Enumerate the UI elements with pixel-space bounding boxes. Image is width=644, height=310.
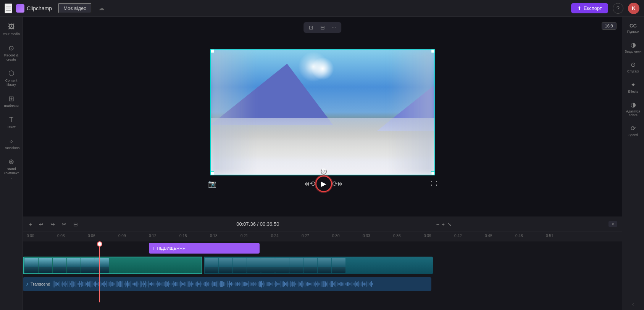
video-thumb-r8 <box>303 258 317 273</box>
audio-icon: ♪ <box>26 281 28 287</box>
chevron-right-icon: › <box>11 177 12 180</box>
right-sidebar-item-effects[interactable]: ✦ Effects <box>623 78 644 96</box>
zoom-out-button[interactable]: − <box>436 221 439 227</box>
sidebar-item-content-library[interactable]: ⬡ Content library <box>1 66 22 90</box>
text-track-icon: T <box>152 246 155 251</box>
sidebar-item-label-record-create: Record & create <box>2 53 21 62</box>
skip-back-button[interactable]: ⏮ <box>303 180 310 187</box>
sidebar-item-templates[interactable]: ⊞ Шаблони <box>1 92 22 111</box>
spinner-icon: ↺ <box>321 169 327 175</box>
tick-27: 0:27 <box>302 234 309 238</box>
sidebar-item-label-templates: Шаблони <box>4 104 18 108</box>
cloud-sync-icon: ☁ <box>98 5 105 12</box>
fit-to-view-button[interactable]: ⤡ <box>447 221 452 227</box>
captions-label: Підписи <box>627 30 639 34</box>
video-canvas <box>210 49 435 175</box>
screenshot-button[interactable]: 📷 <box>208 180 216 188</box>
skip-forward-button[interactable]: ⏭ <box>338 180 344 187</box>
right-sidebar-collapse-button[interactable]: ‹ <box>633 302 634 307</box>
tick-9: 0:09 <box>118 234 126 238</box>
right-sidebar-item-captions[interactable]: CC Підписи <box>623 20 644 37</box>
collapse-timeline-button[interactable]: ∨ <box>608 221 617 227</box>
playback-controls: 📷 ⏮ ⟲ ↺ ▶ ⟳ ⏭ ⛶ <box>208 175 437 192</box>
audio-track[interactable]: ♪ Transcend <box>23 277 431 291</box>
total-time: 00:36.50 <box>260 221 279 227</box>
tick-3: 0:03 <box>57 234 65 238</box>
timeline-playhead[interactable] <box>99 241 100 302</box>
timeline-content: 0:00 0:03 0:06 0:09 0:12 0:15 0:18 0:21 … <box>23 231 622 310</box>
export-icon: ⬆ <box>577 5 581 11</box>
right-sidebar-item-speed[interactable]: ⟳ Speed <box>623 122 644 140</box>
handle-top-left[interactable] <box>210 49 214 53</box>
tick-48: 0:48 <box>515 234 523 238</box>
right-sidebar-item-adjust-colors[interactable]: ◑ Адаптуся colors <box>623 98 644 120</box>
tick-36: 0:36 <box>393 234 400 238</box>
sidebar-item-transitions[interactable]: ⬦ Transitions <box>1 134 22 153</box>
text-icon: T <box>9 116 13 124</box>
video-thumb-r5 <box>261 258 275 273</box>
video-clip-right[interactable] <box>204 257 433 274</box>
timeline: + ↩ ↪ ✂ ⊟ 00:07.36 / 00:36.50 − + ⤡ ∨ <box>23 217 622 310</box>
current-time: 00:07.36 <box>236 221 256 227</box>
hamburger-menu-button[interactable]: ☰ <box>5 3 12 13</box>
fullscreen-button[interactable]: ⛶ <box>431 180 437 187</box>
export-button[interactable]: ⬆ Експорт <box>571 3 608 13</box>
right-sidebar-item-filters[interactable]: ⊙ Слусарі <box>623 58 644 76</box>
transitions-icon: ⬦ <box>9 137 13 145</box>
filters-icon: ⊙ <box>631 61 636 68</box>
pip-button[interactable]: ⊟ <box>318 24 327 31</box>
play-button[interactable]: ▶ <box>315 175 332 192</box>
sidebar-item-record-create[interactable]: ⊙ Record & create <box>1 41 22 65</box>
captions-icon: CC <box>629 23 637 29</box>
project-name[interactable]: Моє відео <box>58 3 92 13</box>
handle-bottom-left[interactable] <box>210 171 214 175</box>
tick-42: 0:42 <box>454 234 462 238</box>
help-button[interactable]: ? <box>613 3 623 14</box>
zoom-in-button[interactable]: + <box>442 221 445 227</box>
text-track-label: ПІДВИЩЕННЯ <box>157 246 186 251</box>
adjust-colors-icon: ◑ <box>631 101 636 108</box>
handle-bottom-right[interactable] <box>431 171 435 175</box>
app-title: Clipchamp <box>27 5 52 11</box>
handle-top-right[interactable] <box>431 49 435 53</box>
tick-21: 0:21 <box>240 234 248 238</box>
speed-icon: ⟳ <box>631 125 636 132</box>
redo-button[interactable]: ↪ <box>49 220 56 229</box>
video-thumb-r6 <box>275 258 289 273</box>
video-clip-left[interactable] <box>23 257 202 274</box>
sidebar-item-your-media[interactable]: 🖼 Your media <box>1 20 22 39</box>
video-thumb-r10 <box>332 258 345 273</box>
forward-button[interactable]: ⟳ <box>332 180 338 188</box>
app-logo: Clipchamp <box>16 4 52 13</box>
blur-right <box>389 50 434 175</box>
blur-left <box>211 50 257 175</box>
tick-0: 0:00 <box>27 234 34 238</box>
color-balance-label: Видалення <box>625 50 642 53</box>
avatar[interactable]: K <box>628 3 639 14</box>
video-thumb-2 <box>39 258 52 273</box>
video-thumb-1 <box>24 258 38 273</box>
sidebar-item-text[interactable]: T Текст <box>1 113 22 132</box>
sidebar-item-brand-kit[interactable]: ⊛ Brand Комплект › <box>1 154 22 183</box>
left-sidebar: 🖼 Your media ⊙ Record & create ⬡ Content… <box>0 17 23 310</box>
video-preview: ⊡ ⊟ ··· 16:9 <box>23 17 622 217</box>
brand-kit-icon: ⊛ <box>8 157 14 166</box>
crop-button[interactable]: ⊡ <box>307 24 316 31</box>
video-thumb-4 <box>67 258 81 273</box>
split-button[interactable]: ⊟ <box>72 220 79 229</box>
playhead-handle-top <box>97 241 102 247</box>
right-sidebar-item-color-balance[interactable]: ◑ Видалення <box>623 38 644 56</box>
video-thumb-5 <box>81 258 95 273</box>
more-options-button[interactable]: ··· <box>329 24 339 31</box>
cut-button[interactable]: ✂ <box>60 220 68 229</box>
topbar: ☰ Clipchamp Моє відео ☁ ⬆ Експорт ? K <box>0 0 644 17</box>
record-create-icon: ⊙ <box>8 44 14 52</box>
video-track <box>23 257 433 274</box>
video-thumb-r2 <box>219 258 232 273</box>
sidebar-item-label-content-library: Content library <box>2 79 21 87</box>
text-track[interactable]: T ПІДВИЩЕННЯ <box>149 243 260 254</box>
video-toolbar: ⊡ ⊟ ··· <box>303 22 342 33</box>
undo-button[interactable]: ↩ <box>37 220 45 229</box>
add-clip-button[interactable]: + <box>27 220 34 229</box>
tick-6: 0:06 <box>88 234 95 238</box>
